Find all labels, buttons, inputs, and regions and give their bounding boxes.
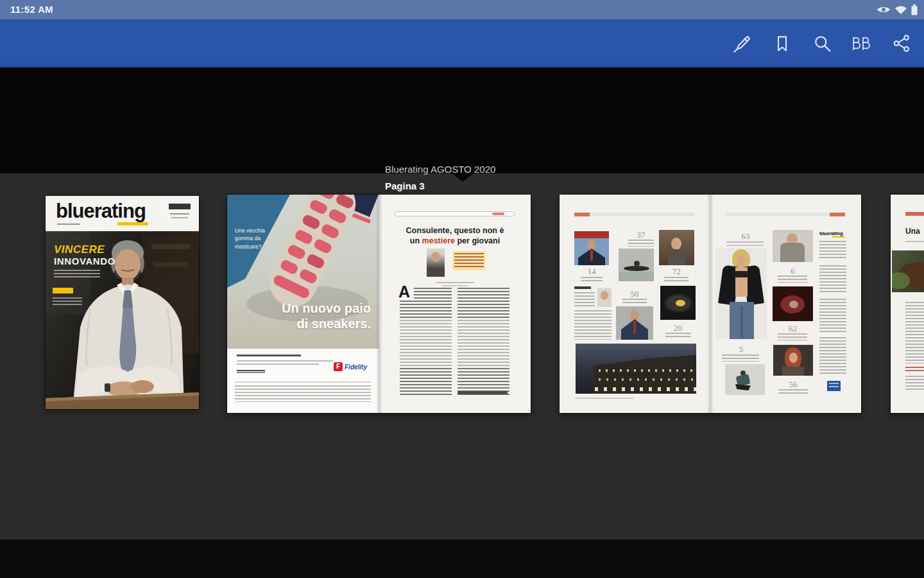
page-indicator: Pagina 3 bbox=[385, 180, 425, 191]
text-lines bbox=[170, 213, 189, 215]
cover-logo: bluerating bbox=[56, 200, 146, 223]
text-lines bbox=[819, 299, 846, 332]
thumbnail-next-spread[interactable]: Una bbox=[891, 195, 924, 413]
app-toolbar bbox=[0, 19, 924, 67]
colophon-accent bbox=[832, 236, 845, 238]
article-signature bbox=[458, 391, 508, 394]
toc-number: 5 bbox=[715, 344, 767, 355]
pages-overview-button[interactable] bbox=[850, 31, 874, 56]
text-lines bbox=[237, 363, 319, 365]
drop-cap: A bbox=[398, 284, 414, 301]
ad-headline-line2: di sneakers. bbox=[282, 317, 371, 332]
fidelity-logo-text: Fidelity bbox=[345, 363, 367, 371]
photo-tie bbox=[590, 250, 593, 261]
article-page: Consulente, questo non è un mestiere per… bbox=[379, 195, 531, 413]
ad-headline-line1: Un nuovo paio bbox=[282, 301, 371, 317]
thumbnail-cover[interactable]: bluerating bbox=[46, 196, 199, 409]
photo-windows bbox=[599, 369, 694, 372]
text-lines bbox=[622, 299, 647, 304]
photo-face bbox=[634, 261, 640, 267]
photo-detail bbox=[668, 249, 685, 265]
text-lines bbox=[574, 292, 595, 307]
photo-detail bbox=[892, 272, 910, 289]
divider bbox=[442, 285, 468, 286]
toc-photo-model bbox=[715, 248, 767, 339]
fidelity-logo: F Fidelity bbox=[334, 362, 367, 371]
editorial-portrait bbox=[597, 288, 612, 307]
share-icon bbox=[892, 33, 912, 53]
cover-headline-2: INNOVANDO bbox=[54, 256, 116, 267]
photo-detail bbox=[574, 231, 609, 238]
status-icons bbox=[877, 0, 918, 19]
toc-number: 62 bbox=[773, 324, 813, 334]
photo-detail bbox=[780, 243, 805, 262]
annotate-icon bbox=[732, 33, 753, 54]
text-lines bbox=[237, 355, 301, 356]
text-lines bbox=[576, 398, 633, 399]
share-button[interactable] bbox=[889, 31, 914, 56]
status-bar: 11:52 AM bbox=[0, 0, 924, 19]
photo-detail bbox=[735, 271, 748, 277]
logo-accent-bar bbox=[117, 222, 148, 225]
text-lines bbox=[581, 277, 603, 282]
issue-title: Bluerating AGOSTO 2020 bbox=[385, 164, 495, 175]
photo-face bbox=[630, 310, 639, 320]
spread-gutter bbox=[707, 195, 714, 413]
author-portrait bbox=[427, 249, 445, 277]
colophon-logo: bluerating bbox=[819, 231, 843, 236]
cover-headline-1: VINCERE bbox=[54, 243, 105, 256]
editorial-title bbox=[574, 286, 591, 289]
column-soft-overlay bbox=[400, 320, 509, 366]
cover-tag bbox=[53, 288, 73, 293]
text-lines bbox=[454, 253, 484, 268]
toc-photo-manager bbox=[616, 306, 653, 340]
header-bar-accent bbox=[574, 213, 590, 216]
text-lines bbox=[574, 310, 612, 340]
toc-number: 20 bbox=[660, 323, 696, 333]
pages-icon bbox=[851, 35, 873, 53]
photo-face bbox=[737, 256, 746, 267]
toc-number: 14 bbox=[574, 267, 609, 277]
magazine-reader-screen: 11:52 AM bbox=[0, 0, 924, 578]
photo-tie bbox=[633, 321, 636, 334]
ad-headline: Un nuovo paio di sneakers. bbox=[282, 301, 371, 331]
bookmark-button[interactable] bbox=[770, 31, 794, 56]
bookmark-icon bbox=[773, 34, 792, 53]
status-time: 11:52 AM bbox=[10, 4, 53, 15]
toc-photo-swimmer bbox=[619, 249, 654, 281]
header-bar-accent bbox=[492, 213, 504, 215]
photo-face bbox=[587, 240, 596, 250]
thumbnail-spread-contents[interactable]: 14 37 72 50 20 bbox=[560, 195, 861, 413]
colophon-publisher-logo bbox=[827, 381, 841, 391]
toolbar-actions bbox=[730, 19, 914, 67]
eye-icon bbox=[877, 5, 891, 14]
article-header-bar bbox=[395, 211, 515, 216]
text-lines bbox=[819, 241, 846, 260]
partial-photo bbox=[892, 250, 924, 292]
text-lines bbox=[905, 302, 924, 363]
article-headline: Consulente, questo non è un mestiere per… bbox=[379, 226, 531, 246]
photo-face bbox=[601, 291, 608, 300]
search-button[interactable] bbox=[810, 31, 834, 56]
search-icon bbox=[812, 33, 832, 53]
cover-photo: VINCERE INNOVANDO bbox=[46, 231, 199, 409]
sneaker-photo: Una vecchia gomma da masticare? Un nuovo… bbox=[227, 195, 379, 349]
current-page-pointer bbox=[452, 173, 474, 182]
text-lines bbox=[905, 367, 924, 372]
text-lines bbox=[665, 333, 691, 338]
portrait-face bbox=[431, 252, 440, 262]
text-lines bbox=[905, 376, 924, 391]
thumbnail-spread-current[interactable]: Una vecchia gomma da masticare? Un nuovo… bbox=[227, 195, 531, 413]
photo-detail bbox=[789, 301, 798, 308]
toc-number: 56 bbox=[773, 380, 813, 390]
pull-quote-highlight bbox=[452, 251, 486, 270]
ad-link-line bbox=[237, 370, 265, 371]
toc-number: 63 bbox=[726, 231, 765, 241]
photo-face bbox=[789, 353, 798, 363]
wifi-icon bbox=[895, 5, 907, 14]
text-lines bbox=[53, 297, 82, 306]
annotate-button[interactable] bbox=[730, 31, 755, 56]
text-lines bbox=[778, 389, 808, 394]
toc-header-bar bbox=[905, 212, 924, 216]
toc-number: 50 bbox=[616, 289, 653, 299]
